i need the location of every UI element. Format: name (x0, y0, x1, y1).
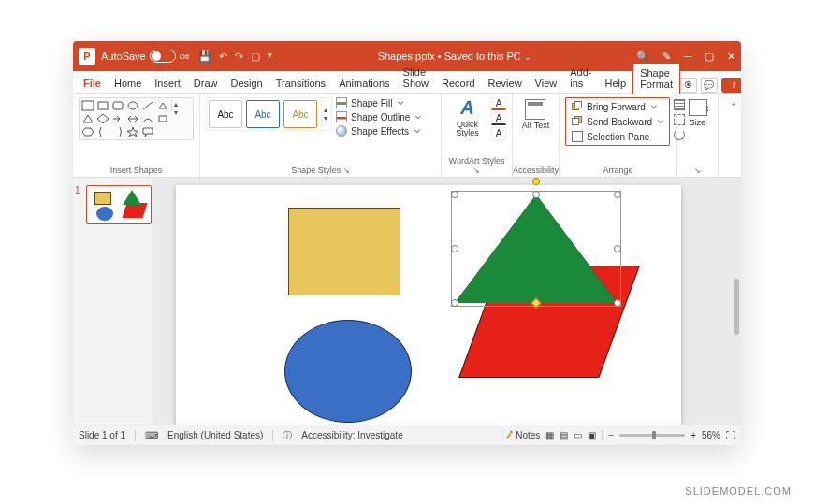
shape-ellipse-icon[interactable] (126, 100, 139, 111)
qat-more-icon[interactable]: ▾ (268, 50, 272, 63)
comments-icon[interactable]: 💬 (701, 78, 718, 93)
tab-draw[interactable]: Draw (187, 74, 225, 93)
shape-star-icon[interactable] (126, 126, 139, 137)
maximize-button[interactable]: ▢ (705, 50, 714, 63)
text-fill-button[interactable]: A (491, 97, 506, 110)
slide-thumbnail-1[interactable]: 1 (79, 185, 146, 224)
notes-button[interactable]: 📝 Notes (501, 430, 540, 440)
shape-line-icon[interactable] (141, 100, 154, 111)
shape-arrow-icon[interactable] (111, 113, 124, 124)
pen-icon[interactable]: ✎ (662, 50, 671, 63)
resize-handle-se[interactable] (614, 299, 621, 307)
tab-shape-format[interactable]: Shape Format (632, 63, 680, 94)
zoom-slider[interactable] (619, 434, 685, 437)
shape-fill-button[interactable]: Shape Fill (336, 97, 421, 108)
text-outline-button[interactable]: A (491, 112, 506, 125)
shape-textbox-icon[interactable] (81, 100, 94, 111)
shape-outline-button[interactable]: Shape Outline (336, 111, 421, 122)
tab-home[interactable]: Home (108, 74, 148, 93)
text-effects-button[interactable]: A (491, 127, 506, 140)
tab-transitions[interactable]: Transitions (269, 74, 332, 93)
tab-slideshow[interactable]: Slide Show (397, 63, 436, 93)
shape-effects-button[interactable]: Shape Effects (336, 125, 421, 137)
tab-animations[interactable]: Animations (332, 74, 396, 93)
resize-handle-e[interactable] (614, 245, 621, 252)
shape-diamond-icon[interactable] (96, 113, 109, 124)
search-icon[interactable]: 🔍 (636, 50, 649, 63)
tab-addins[interactable]: Add-ins (563, 63, 598, 93)
fit-to-window-button[interactable]: ⛶ (726, 430, 735, 440)
minimize-button[interactable]: ─ (684, 50, 691, 62)
send-backward-button[interactable]: Send Backward (570, 115, 665, 128)
chevron-down-icon[interactable]: ⌄ (524, 52, 531, 62)
accessibility-status[interactable]: Accessibility: Investigate (301, 430, 402, 440)
rotate-handle[interactable] (532, 178, 540, 185)
tab-review[interactable]: Review (482, 74, 529, 93)
tab-design[interactable]: Design (224, 74, 269, 93)
resize-handle-sw[interactable] (451, 299, 458, 307)
slide-counter[interactable]: Slide 1 of 1 (79, 430, 125, 440)
pen-outline-icon (336, 111, 347, 122)
zoom-in-button[interactable]: + (690, 430, 696, 440)
tab-record[interactable]: Record (435, 74, 481, 93)
shape-edit-icon[interactable]: ▴▾ (171, 100, 184, 111)
shapes-gallery[interactable]: ▴▾ (79, 97, 194, 140)
quick-styles-button[interactable]: Quick Styles (447, 121, 487, 137)
resize-handle-w[interactable] (451, 245, 458, 252)
shape-hex-icon[interactable] (81, 126, 94, 137)
resize-handle-nw[interactable] (451, 191, 458, 198)
thumbnail-pane[interactable]: 1 (73, 178, 152, 425)
style-preset-1[interactable]: Abc (209, 100, 242, 128)
alt-text-button[interactable]: Alt Text (522, 97, 549, 130)
tab-help[interactable]: Help (599, 74, 633, 93)
share-button[interactable]: ⇧ (721, 78, 741, 93)
redo-icon[interactable]: ↷ (235, 50, 243, 63)
shape-circle[interactable] (284, 320, 412, 423)
shape-flow-icon[interactable] (156, 113, 169, 124)
shape-rectangle[interactable] (288, 208, 400, 295)
resize-handle-n[interactable] (532, 191, 540, 198)
style-preset-3[interactable]: Abc (283, 100, 317, 128)
slide-stage[interactable] (152, 178, 741, 425)
autosave[interactable]: AutoSave Off (101, 50, 189, 63)
shape-darrow-icon[interactable] (126, 113, 139, 124)
style-gallery-more[interactable]: ▴▾ (321, 100, 329, 128)
sorter-view-icon[interactable]: ▤ (560, 430, 568, 440)
reading-view-icon[interactable]: ▭ (574, 430, 582, 440)
undo-icon[interactable]: ↶ (219, 50, 227, 63)
normal-view-icon[interactable]: ▦ (545, 430, 554, 440)
size-button[interactable]: ↕ Size (689, 97, 707, 127)
zoom-out-button[interactable]: − (608, 430, 614, 440)
divider (272, 430, 273, 441)
resize-handle-ne[interactable] (614, 191, 621, 198)
shape-rect-icon[interactable] (96, 100, 109, 111)
wordart-A-icon[interactable]: A (460, 97, 473, 119)
slide-canvas[interactable] (176, 185, 681, 425)
tab-file[interactable]: File (77, 74, 108, 93)
present-icon[interactable]: ▢ (251, 50, 260, 63)
shape-conn-icon[interactable] (141, 113, 154, 124)
tab-view[interactable]: View (529, 74, 564, 93)
quick-access-toolbar: 💾 ↶ ↷ ▢ ▾ (198, 50, 272, 63)
bring-forward-button[interactable]: Bring Forward (570, 100, 665, 113)
group-accessibility: Alt Text Accessibility (513, 94, 560, 177)
shape-triangle-icon[interactable] (81, 113, 94, 124)
shape-triangle-selected[interactable] (455, 194, 618, 303)
style-preset-2[interactable]: Abc (246, 100, 280, 128)
slideshow-view-icon[interactable]: ▣ (588, 430, 596, 440)
shape-brace-icon[interactable] (96, 126, 109, 137)
autosave-toggle[interactable] (150, 50, 176, 63)
vertical-scrollbar[interactable] (734, 279, 739, 335)
zoom-value[interactable]: 56% (702, 430, 720, 440)
shape-more-icon[interactable] (156, 100, 169, 111)
ribbon-collapse[interactable]: ⌄ (719, 94, 741, 177)
close-button[interactable]: ✕ (727, 50, 735, 63)
camera-icon[interactable]: ⦿ (680, 78, 697, 93)
tab-insert[interactable]: Insert (148, 74, 187, 93)
shape-rounded-icon[interactable] (111, 100, 124, 111)
language-status[interactable]: English (United States) (167, 430, 263, 440)
save-icon[interactable]: 💾 (198, 50, 211, 63)
selection-pane-button[interactable]: Selection Pane (570, 130, 665, 143)
shape-callout-icon[interactable] (141, 126, 154, 137)
shape-brace2-icon[interactable] (111, 126, 124, 137)
